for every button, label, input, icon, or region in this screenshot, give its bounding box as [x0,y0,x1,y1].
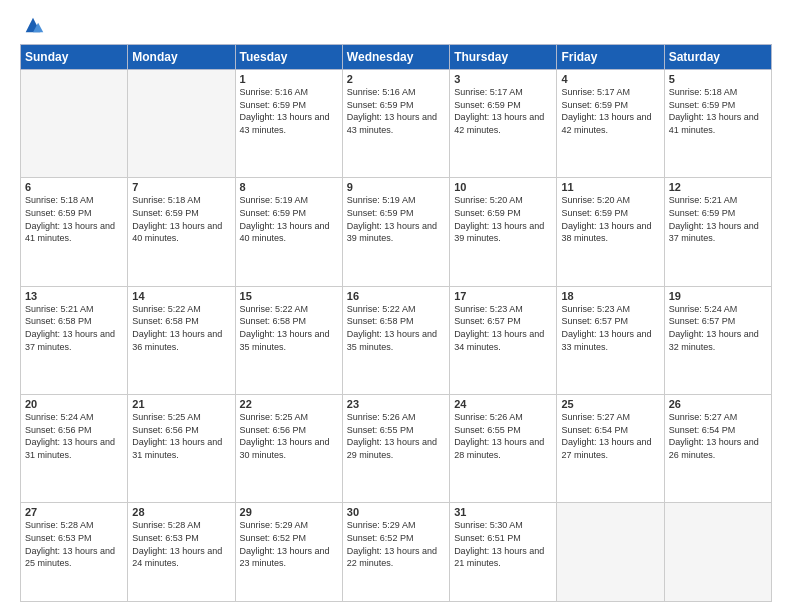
calendar-cell [21,70,128,178]
calendar-cell: 28Sunrise: 5:28 AM Sunset: 6:53 PM Dayli… [128,503,235,602]
day-number: 5 [669,73,767,85]
calendar-cell: 14Sunrise: 5:22 AM Sunset: 6:58 PM Dayli… [128,286,235,394]
day-number: 13 [25,290,123,302]
calendar-week-2: 6Sunrise: 5:18 AM Sunset: 6:59 PM Daylig… [21,178,772,286]
day-number: 16 [347,290,445,302]
day-info: Sunrise: 5:18 AM Sunset: 6:59 PM Dayligh… [25,194,123,244]
day-info: Sunrise: 5:24 AM Sunset: 6:57 PM Dayligh… [669,303,767,353]
day-info: Sunrise: 5:19 AM Sunset: 6:59 PM Dayligh… [347,194,445,244]
calendar-cell: 31Sunrise: 5:30 AM Sunset: 6:51 PM Dayli… [450,503,557,602]
day-number: 14 [132,290,230,302]
day-number: 8 [240,181,338,193]
calendar-cell: 4Sunrise: 5:17 AM Sunset: 6:59 PM Daylig… [557,70,664,178]
day-number: 30 [347,506,445,518]
calendar-cell [557,503,664,602]
day-number: 4 [561,73,659,85]
day-info: Sunrise: 5:23 AM Sunset: 6:57 PM Dayligh… [561,303,659,353]
day-info: Sunrise: 5:25 AM Sunset: 6:56 PM Dayligh… [240,411,338,461]
calendar-table: SundayMondayTuesdayWednesdayThursdayFrid… [20,44,772,602]
day-info: Sunrise: 5:30 AM Sunset: 6:51 PM Dayligh… [454,519,552,569]
calendar-cell: 17Sunrise: 5:23 AM Sunset: 6:57 PM Dayli… [450,286,557,394]
day-info: Sunrise: 5:29 AM Sunset: 6:52 PM Dayligh… [347,519,445,569]
calendar-cell: 23Sunrise: 5:26 AM Sunset: 6:55 PM Dayli… [342,395,449,503]
calendar-cell: 22Sunrise: 5:25 AM Sunset: 6:56 PM Dayli… [235,395,342,503]
weekday-header-thursday: Thursday [450,45,557,70]
calendar-cell: 12Sunrise: 5:21 AM Sunset: 6:59 PM Dayli… [664,178,771,286]
calendar-cell: 16Sunrise: 5:22 AM Sunset: 6:58 PM Dayli… [342,286,449,394]
calendar-cell: 18Sunrise: 5:23 AM Sunset: 6:57 PM Dayli… [557,286,664,394]
weekday-header-monday: Monday [128,45,235,70]
calendar-cell: 20Sunrise: 5:24 AM Sunset: 6:56 PM Dayli… [21,395,128,503]
calendar-week-3: 13Sunrise: 5:21 AM Sunset: 6:58 PM Dayli… [21,286,772,394]
day-number: 3 [454,73,552,85]
day-info: Sunrise: 5:25 AM Sunset: 6:56 PM Dayligh… [132,411,230,461]
calendar-cell: 9Sunrise: 5:19 AM Sunset: 6:59 PM Daylig… [342,178,449,286]
calendar-cell [128,70,235,178]
weekday-header-tuesday: Tuesday [235,45,342,70]
day-info: Sunrise: 5:28 AM Sunset: 6:53 PM Dayligh… [132,519,230,569]
day-info: Sunrise: 5:20 AM Sunset: 6:59 PM Dayligh… [454,194,552,244]
weekday-header-friday: Friday [557,45,664,70]
calendar-cell: 8Sunrise: 5:19 AM Sunset: 6:59 PM Daylig… [235,178,342,286]
day-number: 2 [347,73,445,85]
day-info: Sunrise: 5:22 AM Sunset: 6:58 PM Dayligh… [132,303,230,353]
calendar-cell: 7Sunrise: 5:18 AM Sunset: 6:59 PM Daylig… [128,178,235,286]
calendar-cell: 11Sunrise: 5:20 AM Sunset: 6:59 PM Dayli… [557,178,664,286]
day-info: Sunrise: 5:17 AM Sunset: 6:59 PM Dayligh… [454,86,552,136]
day-info: Sunrise: 5:28 AM Sunset: 6:53 PM Dayligh… [25,519,123,569]
day-info: Sunrise: 5:17 AM Sunset: 6:59 PM Dayligh… [561,86,659,136]
day-info: Sunrise: 5:16 AM Sunset: 6:59 PM Dayligh… [240,86,338,136]
calendar-week-5: 27Sunrise: 5:28 AM Sunset: 6:53 PM Dayli… [21,503,772,602]
day-number: 17 [454,290,552,302]
calendar-cell: 3Sunrise: 5:17 AM Sunset: 6:59 PM Daylig… [450,70,557,178]
day-number: 19 [669,290,767,302]
day-info: Sunrise: 5:27 AM Sunset: 6:54 PM Dayligh… [669,411,767,461]
day-number: 28 [132,506,230,518]
calendar-cell: 1Sunrise: 5:16 AM Sunset: 6:59 PM Daylig… [235,70,342,178]
header [20,18,772,36]
logo [20,18,44,36]
day-number: 1 [240,73,338,85]
day-number: 15 [240,290,338,302]
day-info: Sunrise: 5:22 AM Sunset: 6:58 PM Dayligh… [347,303,445,353]
day-number: 27 [25,506,123,518]
day-number: 7 [132,181,230,193]
day-info: Sunrise: 5:23 AM Sunset: 6:57 PM Dayligh… [454,303,552,353]
calendar-cell: 26Sunrise: 5:27 AM Sunset: 6:54 PM Dayli… [664,395,771,503]
calendar-week-1: 1Sunrise: 5:16 AM Sunset: 6:59 PM Daylig… [21,70,772,178]
day-number: 11 [561,181,659,193]
calendar-cell: 10Sunrise: 5:20 AM Sunset: 6:59 PM Dayli… [450,178,557,286]
day-number: 24 [454,398,552,410]
calendar-cell: 25Sunrise: 5:27 AM Sunset: 6:54 PM Dayli… [557,395,664,503]
calendar-cell: 21Sunrise: 5:25 AM Sunset: 6:56 PM Dayli… [128,395,235,503]
calendar-cell: 19Sunrise: 5:24 AM Sunset: 6:57 PM Dayli… [664,286,771,394]
day-number: 23 [347,398,445,410]
day-number: 18 [561,290,659,302]
calendar-cell: 6Sunrise: 5:18 AM Sunset: 6:59 PM Daylig… [21,178,128,286]
day-number: 6 [25,181,123,193]
weekday-header-sunday: Sunday [21,45,128,70]
day-info: Sunrise: 5:20 AM Sunset: 6:59 PM Dayligh… [561,194,659,244]
day-info: Sunrise: 5:26 AM Sunset: 6:55 PM Dayligh… [347,411,445,461]
day-number: 22 [240,398,338,410]
day-number: 26 [669,398,767,410]
day-info: Sunrise: 5:16 AM Sunset: 6:59 PM Dayligh… [347,86,445,136]
weekday-header-saturday: Saturday [664,45,771,70]
calendar-cell [664,503,771,602]
weekday-header-row: SundayMondayTuesdayWednesdayThursdayFrid… [21,45,772,70]
page: SundayMondayTuesdayWednesdayThursdayFrid… [0,0,792,612]
calendar-cell: 13Sunrise: 5:21 AM Sunset: 6:58 PM Dayli… [21,286,128,394]
calendar-cell: 15Sunrise: 5:22 AM Sunset: 6:58 PM Dayli… [235,286,342,394]
day-info: Sunrise: 5:22 AM Sunset: 6:58 PM Dayligh… [240,303,338,353]
day-number: 25 [561,398,659,410]
day-number: 29 [240,506,338,518]
calendar-cell: 24Sunrise: 5:26 AM Sunset: 6:55 PM Dayli… [450,395,557,503]
day-info: Sunrise: 5:18 AM Sunset: 6:59 PM Dayligh… [132,194,230,244]
calendar-cell: 29Sunrise: 5:29 AM Sunset: 6:52 PM Dayli… [235,503,342,602]
day-number: 21 [132,398,230,410]
calendar-cell: 27Sunrise: 5:28 AM Sunset: 6:53 PM Dayli… [21,503,128,602]
weekday-header-wednesday: Wednesday [342,45,449,70]
calendar-cell: 5Sunrise: 5:18 AM Sunset: 6:59 PM Daylig… [664,70,771,178]
day-info: Sunrise: 5:24 AM Sunset: 6:56 PM Dayligh… [25,411,123,461]
day-info: Sunrise: 5:18 AM Sunset: 6:59 PM Dayligh… [669,86,767,136]
